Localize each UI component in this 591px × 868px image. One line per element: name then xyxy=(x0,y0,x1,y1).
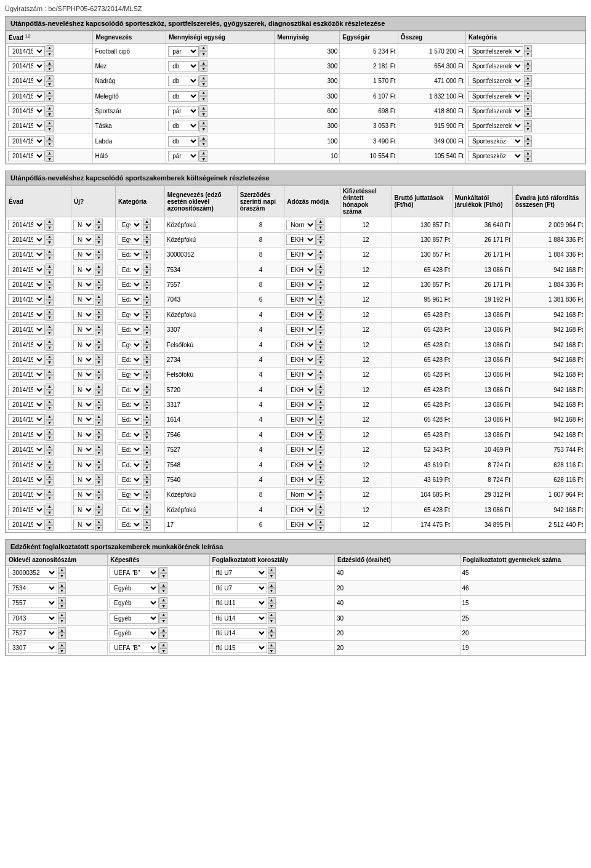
menny-egy-up[interactable]: ▲ xyxy=(199,135,207,142)
ev-select[interactable]: 2014/15 xyxy=(8,235,45,245)
ev-cell[interactable]: 2014/15 ▲▼ xyxy=(6,307,71,322)
adozas-select[interactable]: Normál xyxy=(286,489,316,500)
kat-cell[interactable]: Sporteszköz ▲▼ xyxy=(466,148,585,163)
adozas-select[interactable]: EKHO xyxy=(286,475,316,485)
ev-select[interactable]: 2014/15 xyxy=(8,151,45,161)
menny-egy-up[interactable]: ▲ xyxy=(199,90,207,96)
ev-cell[interactable]: 2014/15 ▲▼ xyxy=(6,217,71,232)
ev-up[interactable]: ▲ xyxy=(46,105,54,111)
képesítés-select[interactable]: Egyéb xyxy=(110,598,159,608)
ev-cell[interactable]: 2014/15 ▲▼ xyxy=(6,103,93,118)
kat-select[interactable]: Sportfelszerelés xyxy=(468,61,523,71)
ev-select[interactable]: 2014/15 xyxy=(8,106,45,116)
képesítés-cell[interactable]: UEFA "B" ▲▼ xyxy=(108,566,209,581)
kat-select[interactable]: Sporteszköz xyxy=(468,136,523,147)
képesítés-select[interactable]: Egyéb xyxy=(110,583,159,593)
menny-egy-up[interactable]: ▲ xyxy=(199,120,207,126)
adozas-cell[interactable]: EKHO ▲▼ xyxy=(284,307,340,322)
menny-egy-down[interactable]: ▼ xyxy=(199,66,207,72)
ev-cell[interactable]: 2014/15 ▲▼ xyxy=(6,472,71,487)
kat-select[interactable]: Edző xyxy=(118,294,142,305)
kat-cell[interactable]: Egyéb ▲▼ xyxy=(116,232,165,247)
kat-select[interactable]: Edző xyxy=(118,400,142,410)
kat-up[interactable]: ▲ xyxy=(524,135,532,142)
oklevél-cell[interactable]: 7527 ▲▼ xyxy=(6,625,108,640)
uj-select[interactable]: Nem xyxy=(73,294,94,305)
adozas-select[interactable]: EKHO xyxy=(286,235,316,245)
kat-cell[interactable]: Edző ▲▼ xyxy=(116,502,165,517)
uj-cell[interactable]: Nem ▲▼ xyxy=(71,232,116,247)
foglalk-cell[interactable]: ffú U7 ▲▼ xyxy=(209,566,334,581)
adozas-cell[interactable]: EKHO ▲▼ xyxy=(284,232,340,247)
ev-up[interactable]: ▲ xyxy=(46,45,54,51)
uj-cell[interactable]: Nem ▲▼ xyxy=(71,322,116,337)
ev-select[interactable]: 2014/15 xyxy=(8,430,45,440)
ev-select[interactable]: 2014/15 xyxy=(8,489,45,500)
foglalk-select[interactable]: ffú U7 xyxy=(212,583,267,593)
adozas-select[interactable]: EKHO xyxy=(286,310,316,320)
ev-up[interactable]: ▲ xyxy=(46,90,54,96)
menny-egy-select[interactable]: db xyxy=(168,136,199,147)
menny-egy-select[interactable]: pár xyxy=(168,106,199,116)
ev-down[interactable]: ▼ xyxy=(46,96,54,102)
adozas-cell[interactable]: EKHO ▲▼ xyxy=(284,427,340,442)
adozas-select[interactable]: EKHO xyxy=(286,355,316,365)
ev-select[interactable]: 2014/15 xyxy=(8,249,45,260)
menny-egy-select[interactable]: pár xyxy=(168,151,199,161)
ev-select[interactable]: 2014/15 xyxy=(8,46,45,57)
adozas-select[interactable]: EKHO xyxy=(286,400,316,410)
adozas-select[interactable]: EKHO xyxy=(286,430,316,440)
kat-cell[interactable]: Edző ▲▼ xyxy=(116,472,165,487)
képesítés-cell[interactable]: Egyéb ▲▼ xyxy=(108,625,209,640)
ev-select[interactable]: 2014/15 xyxy=(8,505,45,515)
menny-egy-down[interactable]: ▼ xyxy=(199,96,207,102)
kat-cell[interactable]: Edző ▲▼ xyxy=(116,247,165,262)
menny-egy-select[interactable]: db xyxy=(168,61,199,71)
kat-select[interactable]: Sportfelszerelés xyxy=(468,76,523,86)
oklevél-cell[interactable]: 3307 ▲▼ xyxy=(6,641,108,656)
menny-egy-cell[interactable]: pár ▲▼ xyxy=(166,103,275,118)
menny-egy-cell[interactable]: db ▲▼ xyxy=(166,74,275,89)
kat-select[interactable]: Egyéb xyxy=(118,310,142,320)
kat-select[interactable]: Edző xyxy=(118,279,142,290)
kat-cell[interactable]: Edző ▲▼ xyxy=(116,427,165,442)
kat-cell[interactable]: Edző ▲▼ xyxy=(116,412,165,427)
ev-cell[interactable]: 2014/15 ▲▼ xyxy=(6,517,71,532)
kat-select[interactable]: Edző xyxy=(118,414,142,425)
ev-cell[interactable]: 2014/15 ▲▼ xyxy=(6,247,71,262)
kat-down[interactable]: ▼ xyxy=(524,141,532,147)
ev-select[interactable]: 2014/15 xyxy=(8,310,45,320)
uj-select[interactable]: Nem xyxy=(73,430,94,440)
kat-up[interactable]: ▲ xyxy=(524,105,532,111)
ev-select[interactable]: 2014/15 xyxy=(8,414,45,425)
ev-select[interactable]: 2014/15 xyxy=(8,385,45,395)
kat-select[interactable]: Sportfelszerelés xyxy=(468,46,523,57)
kat-cell[interactable]: Edző ▲▼ xyxy=(116,457,165,472)
képesítés-select[interactable]: Egyéb xyxy=(110,628,159,638)
kat-cell[interactable]: Sportfelszerelés ▲▼ xyxy=(466,119,585,134)
menny-egy-down[interactable]: ▼ xyxy=(199,156,207,163)
menny-egy-down[interactable]: ▼ xyxy=(199,126,207,132)
menny-egy-cell[interactable]: db ▲▼ xyxy=(166,58,275,73)
képesítés-cell[interactable]: UEFA "B" ▲▼ xyxy=(108,641,209,656)
kat-select[interactable]: Sportfelszerelés xyxy=(468,91,523,102)
menny-egy-cell[interactable]: pár ▲▼ xyxy=(166,148,275,163)
ev-down[interactable]: ▼ xyxy=(46,126,54,132)
kat-cell[interactable]: Edző ▲▼ xyxy=(116,292,165,307)
ev-cell[interactable]: 2014/15 ▲▼ xyxy=(6,322,71,337)
ev-cell[interactable]: 2014/15 ▲▼ xyxy=(6,277,71,292)
kat-cell[interactable]: Edző ▲▼ xyxy=(116,322,165,337)
menny-egy-select[interactable]: db xyxy=(168,76,199,86)
ev-select[interactable]: 2014/15 xyxy=(8,265,45,275)
menny-egy-cell[interactable]: db ▲▼ xyxy=(166,119,275,134)
menny-egy-down[interactable]: ▼ xyxy=(199,141,207,147)
kat-cell[interactable]: Sportfelszerelés ▲▼ xyxy=(466,58,585,73)
ev-cell[interactable]: 2014/15 ▲▼ xyxy=(6,134,93,148)
ev-select[interactable]: 2014/15 xyxy=(8,91,45,102)
ev-cell[interactable]: 2014/15 ▲▼ xyxy=(6,352,71,367)
kat-cell[interactable]: Edző ▲▼ xyxy=(116,277,165,292)
uj-cell[interactable]: Nem ▲▼ xyxy=(71,457,116,472)
adozas-select[interactable]: EKHO xyxy=(286,279,316,290)
ev-select[interactable]: 2014/15 xyxy=(8,324,45,335)
kat-select[interactable]: Edző xyxy=(118,355,142,365)
